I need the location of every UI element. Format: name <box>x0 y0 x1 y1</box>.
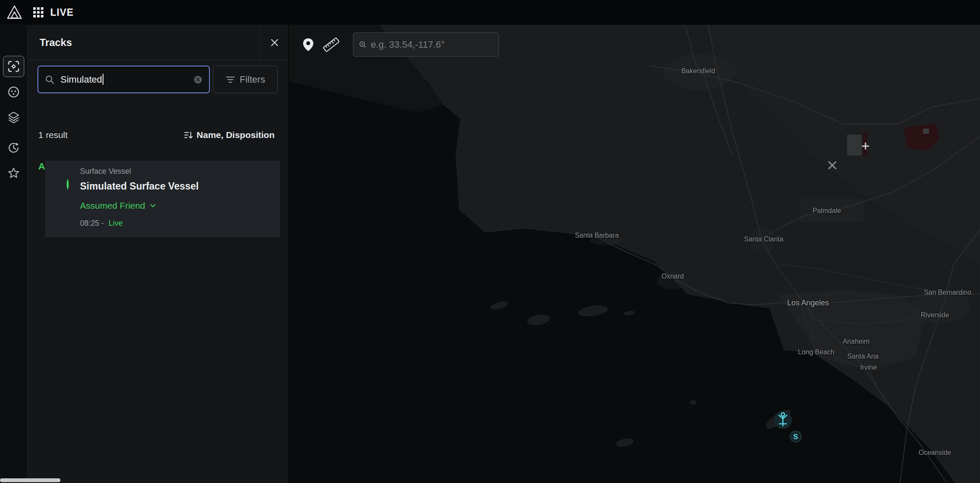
sidebar-item-tracks[interactable] <box>3 56 24 77</box>
panel-title: Tracks <box>40 37 72 49</box>
search-icon <box>44 74 55 85</box>
coordinate-search-box[interactable] <box>353 32 499 57</box>
tracks-search-input[interactable]: Simulated <box>37 66 210 93</box>
search-value: Simulated <box>60 74 102 85</box>
islands <box>490 300 793 448</box>
coordinate-input[interactable] <box>371 39 493 50</box>
badge-letter: S <box>793 433 798 441</box>
ruler-icon <box>321 36 341 54</box>
results-count: 1 result <box>38 130 68 140</box>
disposition-value: Assumed Friend <box>80 201 145 211</box>
sort-control[interactable]: Name, Disposition <box>183 130 275 140</box>
map-canvas[interactable]: S Bakersfield Palmdale Santa Barbara San… <box>289 25 980 483</box>
pin-icon <box>302 37 315 52</box>
measure-button[interactable] <box>320 32 343 57</box>
filters-label: Filters <box>240 74 265 85</box>
track-name: Simulated Surface Vessel <box>80 181 199 192</box>
track-status-badge: S <box>790 431 801 442</box>
detections-icon <box>7 86 20 98</box>
track-time: 08:25 - Live <box>80 219 123 228</box>
text-caret <box>103 74 103 85</box>
favorites-star-icon <box>7 167 20 180</box>
sidebar-icon-rail <box>0 25 28 483</box>
horizontal-scrollbar[interactable] <box>0 478 60 482</box>
filters-button[interactable]: Filters <box>213 66 278 93</box>
sidebar-item-history[interactable] <box>7 141 20 154</box>
tracks-panel: Tracks Simulated <box>28 25 289 483</box>
drop-pin-button[interactable] <box>297 32 320 57</box>
track-time-start: 08:25 - <box>80 219 104 227</box>
results-row: 1 result Name, Disposition <box>38 126 275 144</box>
history-icon <box>7 141 20 154</box>
live-mode-label: LIVE <box>50 7 74 18</box>
sort-label: Name, Disposition <box>197 130 275 140</box>
app-window: LIVE <box>0 0 980 483</box>
layers-icon <box>7 111 20 124</box>
tracks-target-icon <box>7 60 20 73</box>
app-launcher-icon[interactable] <box>33 7 43 17</box>
clear-search-icon[interactable] <box>193 75 203 85</box>
sidebar-item-layers[interactable] <box>7 111 20 124</box>
chevron-down-icon <box>149 201 157 210</box>
track-time-live: Live <box>109 219 123 227</box>
sidebar-item-favorites[interactable] <box>7 167 20 180</box>
map-toolbar <box>297 32 499 57</box>
close-panel-button[interactable] <box>260 25 288 60</box>
filter-icon <box>225 75 235 85</box>
search-row: Simulated Filters <box>37 66 280 93</box>
track-type-label: Surface Vessel <box>80 167 131 176</box>
tracks-panel-header: Tracks <box>28 25 288 60</box>
close-icon <box>269 37 280 48</box>
anduril-logo-icon <box>6 4 23 21</box>
disposition-dropdown[interactable]: Assumed Friend <box>80 201 157 211</box>
top-bar: LIVE <box>0 0 980 25</box>
surface-vessel-icon <box>64 178 71 192</box>
sort-icon <box>183 130 193 140</box>
coordinate-search-icon <box>358 39 367 50</box>
sidebar-item-detections[interactable] <box>7 86 20 98</box>
basemap: S <box>289 25 980 483</box>
track-list-item[interactable]: Surface Vessel Simulated Surface Vessel … <box>45 161 280 237</box>
surface-vessel-track-marker[interactable] <box>774 411 792 429</box>
